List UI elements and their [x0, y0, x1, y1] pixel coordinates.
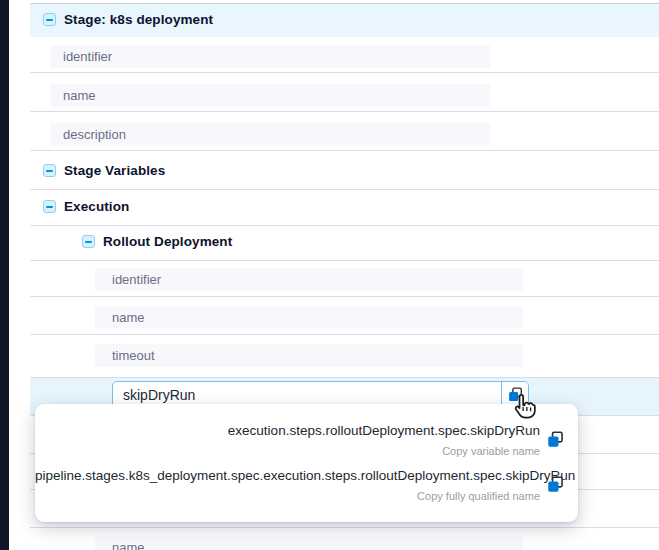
variable-row-identifier[interactable]: identifier	[50, 45, 490, 68]
variable-label: name	[112, 310, 145, 325]
variable-row-identifier[interactable]: identifier	[95, 268, 523, 291]
divider	[30, 189, 659, 190]
variable-name-text: execution.steps.rolloutDeployment.spec.s…	[35, 423, 540, 438]
variables-panel: Stage: k8s deployment identifier name de…	[0, 0, 659, 550]
divider	[30, 527, 659, 528]
collapse-toggle-icon[interactable]	[43, 200, 56, 213]
divider	[30, 377, 659, 378]
copy-variable-name-option[interactable]: execution.steps.rolloutDeployment.spec.s…	[35, 423, 578, 457]
variable-label: name	[112, 540, 145, 550]
divider	[30, 3, 659, 4]
tree-node-stage-variables[interactable]: Stage Variables	[43, 163, 165, 178]
variable-row-name[interactable]: name	[95, 306, 523, 329]
collapse-toggle-icon[interactable]	[43, 164, 56, 177]
dark-sidebar-edge	[0, 0, 9, 550]
execution-label: Execution	[64, 199, 129, 214]
variable-row-description[interactable]: description	[50, 123, 490, 146]
variable-label: name	[63, 88, 96, 103]
copy-fully-qualified-name-option[interactable]: pipeline.stages.k8s_deployment.spec.exec…	[35, 468, 578, 502]
copy-icon	[508, 387, 523, 402]
divider	[30, 111, 659, 112]
stage-variables-label: Stage Variables	[64, 163, 165, 178]
copy-variable-name-caption: Copy variable name	[35, 445, 540, 457]
copy-options-popover: execution.steps.rolloutDeployment.spec.s…	[35, 404, 578, 522]
divider	[30, 150, 659, 151]
tree-node-rollout-deployment[interactable]: Rollout Deployment	[82, 234, 232, 249]
tree-node-stage[interactable]: Stage: k8s deployment	[43, 12, 213, 27]
variable-label: description	[63, 127, 126, 142]
fully-qualified-name-text: pipeline.stages.k8s_deployment.spec.exec…	[35, 468, 540, 483]
variable-row-name-partial[interactable]: name	[95, 536, 523, 550]
copy-fully-qualified-name-caption: Copy fully qualified name	[35, 490, 540, 502]
variable-row-name[interactable]: name	[50, 84, 490, 107]
copy-icon[interactable]	[547, 476, 564, 493]
copy-icon[interactable]	[547, 431, 564, 448]
variable-label: identifier	[63, 49, 112, 64]
variable-row-timeout[interactable]: timeout	[95, 344, 523, 367]
tree-node-execution[interactable]: Execution	[43, 199, 129, 214]
collapse-toggle-icon[interactable]	[82, 235, 95, 248]
variable-label: timeout	[112, 348, 155, 363]
stage-header-label: Stage: k8s deployment	[64, 12, 213, 27]
rollout-deployment-label: Rollout Deployment	[103, 234, 232, 249]
divider	[30, 334, 659, 335]
divider	[30, 296, 659, 297]
divider	[30, 225, 659, 226]
divider	[30, 72, 659, 73]
collapse-toggle-icon[interactable]	[43, 13, 56, 26]
variable-label: identifier	[112, 272, 161, 287]
divider	[30, 260, 659, 261]
